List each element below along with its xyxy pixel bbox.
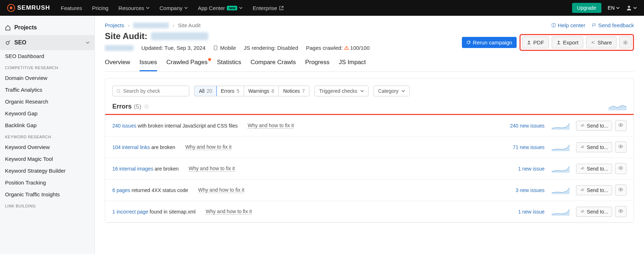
badge-new: new bbox=[227, 6, 237, 10]
sidebar-traffic-analytics[interactable]: Traffic Analytics bbox=[0, 84, 94, 96]
pdf-button[interactable]: PDF bbox=[522, 37, 549, 48]
tab-statistics[interactable]: Statistics bbox=[217, 59, 241, 71]
svg-point-3 bbox=[6, 42, 9, 44]
issues-panel: All20 Errors5 Warnings8 Notices7 Trigger… bbox=[105, 78, 634, 223]
nav-features[interactable]: Features bbox=[61, 5, 82, 11]
sidebar-keyword-gap[interactable]: Keyword Gap bbox=[0, 107, 94, 119]
sidebar-backlink-gap[interactable]: Backlink Gap bbox=[0, 119, 94, 131]
upload-icon bbox=[556, 40, 561, 45]
triggered-checks-dropdown[interactable]: Triggered checks bbox=[314, 86, 369, 96]
share-arrow-icon bbox=[580, 188, 585, 192]
share-arrow-icon bbox=[580, 145, 585, 149]
new-issues-link[interactable]: 1 new issue bbox=[518, 166, 545, 172]
tab-compare-crawls[interactable]: Compare Crawls bbox=[250, 59, 296, 71]
seg-notices[interactable]: Notices7 bbox=[279, 86, 309, 96]
sidebar-position-tracking[interactable]: Position Tracking bbox=[0, 177, 94, 188]
severity-filter: All20 Errors5 Warnings8 Notices7 bbox=[194, 86, 309, 96]
category-dropdown[interactable]: Category bbox=[374, 86, 410, 96]
logo[interactable]: SEMRUSH bbox=[7, 4, 50, 12]
sidebar-keyword-overview[interactable]: Keyword Overview bbox=[0, 141, 94, 153]
page-title: Site Audit: bbox=[105, 31, 370, 41]
tab-progress[interactable]: Progress bbox=[305, 59, 330, 71]
sidebar-projects[interactable]: Projects bbox=[0, 20, 94, 35]
chevron-down-icon bbox=[616, 6, 620, 10]
seg-all[interactable]: All20 bbox=[194, 86, 217, 96]
meta-domain-redacted bbox=[105, 45, 133, 51]
send-to-button[interactable]: Send to... bbox=[576, 207, 612, 217]
sidebar-seo-dashboard[interactable]: SEO Dashboard bbox=[0, 50, 94, 62]
seg-warnings[interactable]: Warnings8 bbox=[244, 86, 279, 96]
export-button[interactable]: Export bbox=[552, 37, 583, 48]
notification-dot-icon bbox=[208, 58, 211, 61]
svg-point-10 bbox=[625, 42, 626, 43]
share-button[interactable]: Share bbox=[586, 37, 616, 48]
lang-selector[interactable]: EN bbox=[608, 5, 620, 11]
send-to-button[interactable]: Send to... bbox=[576, 185, 612, 195]
sidebar-keyword-magic[interactable]: Keyword Magic Tool bbox=[0, 153, 94, 165]
help-center-link[interactable]: Help center bbox=[551, 22, 585, 28]
issue-count-link[interactable]: 240 issues bbox=[112, 123, 136, 129]
sidebar-seo[interactable]: SEO bbox=[0, 35, 94, 50]
hide-button[interactable] bbox=[615, 184, 626, 196]
issue-count-link[interactable]: 6 pages bbox=[112, 187, 130, 193]
info-icon[interactable] bbox=[144, 104, 149, 109]
send-to-button[interactable]: Send to... bbox=[576, 164, 612, 174]
breadcrumb-projects[interactable]: Projects bbox=[105, 22, 124, 28]
issue-row: 1 incorrect page found in sitemap.xml Wh… bbox=[105, 201, 634, 222]
why-how-link[interactable]: Why and how to fix it bbox=[198, 187, 244, 193]
hide-button[interactable] bbox=[615, 206, 626, 217]
nav-pricing[interactable]: Pricing bbox=[92, 5, 108, 11]
chevron-down-icon bbox=[86, 41, 89, 44]
search-icon bbox=[116, 89, 121, 94]
sidebar-organic-traffic[interactable]: Organic Traffic Insights bbox=[0, 188, 94, 200]
nav-company[interactable]: Company bbox=[160, 5, 188, 11]
chevron-down-icon bbox=[360, 89, 364, 93]
eye-icon bbox=[618, 144, 624, 149]
tab-overview[interactable]: Overview bbox=[105, 59, 130, 71]
issue-count-link[interactable]: 104 internal links bbox=[112, 144, 150, 150]
meta-row: Updated: Tue, Sep 3, 2024 Mobile JS rend… bbox=[105, 45, 370, 51]
sidebar-domain-overview[interactable]: Domain Overview bbox=[0, 72, 94, 84]
svg-point-1 bbox=[10, 6, 12, 9]
settings-button[interactable] bbox=[619, 37, 631, 48]
hide-button[interactable] bbox=[615, 142, 626, 153]
tab-crawled-pages[interactable]: Crawled Pages bbox=[166, 59, 208, 71]
send-feedback-link[interactable]: Send feedback bbox=[592, 22, 634, 28]
sidebar-keyword-strategy[interactable]: Keyword Strategy Builder bbox=[0, 165, 94, 177]
new-issues-link[interactable]: 1 new issue bbox=[518, 209, 545, 215]
main-content: Projects › › Site Audit Site Audit: Upda… bbox=[95, 16, 644, 254]
hide-button[interactable] bbox=[615, 120, 626, 131]
tab-js-impact[interactable]: JS Impact bbox=[339, 59, 366, 71]
rerun-campaign-button[interactable]: Rerun campaign bbox=[462, 37, 517, 48]
hide-button[interactable] bbox=[615, 163, 626, 174]
new-issues-link[interactable]: 240 new issues bbox=[510, 123, 545, 129]
seg-errors[interactable]: Errors5 bbox=[216, 86, 244, 96]
eye-icon bbox=[618, 122, 624, 128]
home-icon bbox=[5, 25, 11, 30]
nav-resources[interactable]: Resources bbox=[118, 5, 150, 11]
nav-app-center[interactable]: App Centernew bbox=[198, 5, 243, 11]
why-how-link[interactable]: Why and how to fix it bbox=[248, 123, 294, 129]
upgrade-button[interactable]: Upgrade bbox=[572, 3, 601, 13]
book-icon bbox=[551, 23, 556, 28]
chevron-down-icon bbox=[239, 6, 243, 10]
title-domain-redacted bbox=[151, 32, 208, 40]
send-to-button[interactable]: Send to... bbox=[576, 121, 612, 131]
issue-count-link[interactable]: 16 internal images bbox=[112, 166, 153, 172]
search-box[interactable] bbox=[112, 86, 189, 96]
why-how-link[interactable]: Why and how to fix it bbox=[185, 144, 231, 150]
send-to-button[interactable]: Send to... bbox=[576, 142, 612, 152]
profile-menu[interactable] bbox=[626, 5, 637, 11]
why-how-link[interactable]: Why and how to fix it bbox=[189, 166, 235, 172]
nav-right: Upgrade EN bbox=[572, 3, 637, 13]
search-input[interactable] bbox=[123, 88, 185, 94]
nav-enterprise[interactable]: Enterprise bbox=[253, 5, 283, 11]
breadcrumb-domain-redacted bbox=[133, 23, 169, 28]
why-how-link[interactable]: Why and how to fix it bbox=[206, 209, 252, 215]
new-issues-link[interactable]: 3 new issues bbox=[516, 187, 545, 193]
issue-count-link[interactable]: 1 incorrect page bbox=[112, 209, 148, 215]
sidebar-organic-research[interactable]: Organic Research bbox=[0, 96, 94, 107]
flag-icon bbox=[592, 23, 596, 28]
tab-issues[interactable]: Issues bbox=[140, 59, 157, 71]
new-issues-link[interactable]: 71 new issues bbox=[513, 144, 545, 150]
